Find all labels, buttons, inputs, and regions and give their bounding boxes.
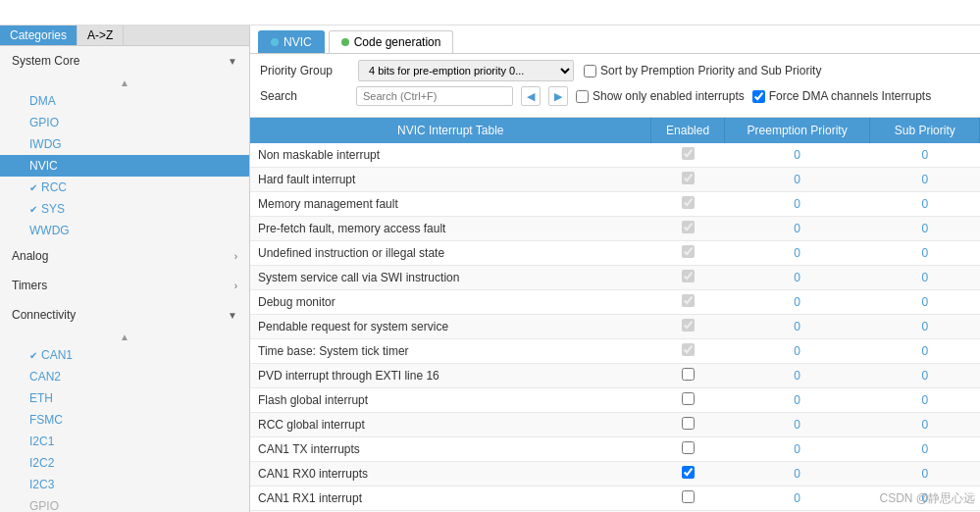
interrupt-enabled-cell [651, 413, 724, 437]
interrupt-name: System service call via SWI instruction [250, 266, 651, 290]
interrupt-enabled-checkbox[interactable] [682, 319, 695, 332]
sys-check-icon: ✔ [29, 204, 37, 215]
interrupt-enabled-checkbox[interactable] [682, 441, 695, 454]
interrupt-sub-priority: 0 [870, 168, 980, 192]
interrupt-enabled-cell [651, 241, 724, 266]
section-analog-label: Analog [12, 249, 48, 263]
sort-by-checkbox[interactable] [584, 65, 596, 77]
sidebar-item-fsmc[interactable]: FSMC [0, 409, 249, 431]
interrupt-enabled-checkbox[interactable] [682, 172, 695, 184]
interrupt-preemption: 0 [724, 290, 870, 315]
gpio-label: GPIO [29, 116, 59, 129]
section-system-core-arrow: ▼ [228, 56, 237, 67]
priority-group-label: Priority Group [260, 64, 348, 77]
sidebar-item-can1[interactable]: ✔ CAN1 [0, 344, 249, 366]
table-row: Undefined instruction or illegal state00 [250, 241, 980, 266]
interrupt-enabled-checkbox[interactable] [682, 221, 695, 233]
sidebar-item-nvic[interactable]: NVIC [0, 155, 249, 177]
priority-group-select[interactable]: 4 bits for pre-emption priority 0... 3 b… [358, 60, 574, 81]
interrupt-enabled-cell [651, 486, 724, 511]
interrupt-preemption: 0 [724, 168, 870, 192]
tab-categories[interactable]: Categories [0, 26, 77, 45]
interrupt-sub-priority: 0 [870, 192, 980, 217]
section-connectivity-header[interactable]: Connectivity ▼ [0, 300, 249, 330]
sidebar-item-wwdg[interactable]: WWDG [0, 220, 249, 241]
sidebar-item-iwdg[interactable]: IWDG [0, 133, 249, 155]
interrupt-enabled-checkbox[interactable] [682, 294, 695, 307]
interrupt-enabled-checkbox[interactable] [682, 343, 695, 356]
th-enabled: Enabled [651, 118, 724, 143]
interrupt-preemption: 0 [724, 217, 870, 241]
force-dma-text: Force DMA channels Interrupts [769, 89, 931, 103]
interrupt-enabled-checkbox[interactable] [682, 466, 695, 479]
interrupt-name: Hard fault interrupt [250, 168, 651, 192]
interrupt-preemption: 0 [724, 143, 870, 168]
sidebar-item-dma[interactable]: DMA [0, 90, 249, 112]
interrupt-sub-priority: 0 [870, 437, 980, 462]
interrupt-preemption: 0 [724, 486, 870, 511]
show-only-enabled-label[interactable]: Show only enabled interrupts [576, 89, 745, 103]
tab-code-generation[interactable]: Code generation [329, 30, 454, 53]
interrupt-enabled-cell [651, 168, 724, 192]
sidebar-item-i2c2[interactable]: I2C2 [0, 452, 249, 474]
tab-nvic[interactable]: NVIC [258, 30, 325, 53]
sidebar-item-can2[interactable]: CAN2 [0, 366, 249, 387]
interrupt-enabled-cell [651, 339, 724, 364]
sidebar-item-rcc[interactable]: ✔ RCC [0, 177, 249, 198]
main-content: Categories A->Z System Core ▼ ▲ DMA GPIO [0, 26, 980, 512]
sidebar-item-sys[interactable]: ✔ SYS [0, 198, 249, 220]
search-prev-btn[interactable]: ◀ [521, 86, 541, 106]
config-tabs: NVIC Code generation [250, 26, 980, 54]
interrupt-enabled-checkbox[interactable] [682, 417, 695, 430]
section-timers-header[interactable]: Timers › [0, 271, 249, 300]
section-system-core-header[interactable]: System Core ▼ [0, 46, 249, 76]
interrupt-preemption: 0 [724, 437, 870, 462]
interrupt-enabled-cell [651, 192, 724, 217]
sidebar-item-eth[interactable]: ETH [0, 387, 249, 409]
interrupt-name: RCC global interrupt [250, 413, 651, 437]
table-row: Hard fault interrupt00 [250, 168, 980, 192]
interrupt-sub-priority: 0 [870, 462, 980, 486]
section-analog-arrow: › [234, 251, 237, 262]
config-controls: Priority Group 4 bits for pre-emption pr… [250, 54, 980, 118]
interrupt-sub-priority: 0 [870, 241, 980, 266]
interrupt-preemption: 0 [724, 315, 870, 339]
top-title-text: Configuration [455, 6, 525, 20]
sort-by-checkbox-label[interactable]: Sort by Premption Priority and Sub Prior… [584, 64, 821, 77]
sidebar-item-i2c1[interactable]: I2C1 [0, 431, 249, 452]
sidebar-item-gpio2[interactable]: GPIO [0, 495, 249, 512]
sidebar-item-i2c3[interactable]: I2C3 [0, 474, 249, 495]
table-row: CAN1 RX0 interrupts00 [250, 462, 980, 486]
interrupt-preemption: 0 [724, 266, 870, 290]
interrupt-enabled-checkbox[interactable] [682, 245, 695, 258]
interrupt-name: Memory management fault [250, 192, 651, 217]
search-input[interactable] [356, 86, 513, 106]
scroll-up-btn[interactable]: ▲ [0, 76, 249, 90]
wwdg-label: WWDG [29, 224, 70, 237]
iwdg-label: IWDG [29, 137, 62, 151]
interrupt-enabled-checkbox[interactable] [682, 270, 695, 282]
force-dma-label[interactable]: Force DMA channels Interrupts [752, 89, 931, 103]
force-dma-checkbox[interactable] [752, 90, 765, 103]
interrupt-enabled-checkbox[interactable] [682, 490, 695, 503]
sidebar-item-gpio[interactable]: GPIO [0, 112, 249, 133]
connectivity-scroll-up[interactable]: ▲ [0, 330, 249, 344]
show-only-enabled-checkbox[interactable] [576, 90, 589, 103]
interrupt-enabled-checkbox[interactable] [682, 196, 695, 209]
sort-by-label: Sort by Premption Priority and Sub Prior… [600, 64, 821, 77]
table-row: Non maskable interrupt00 [250, 143, 980, 168]
interrupt-enabled-cell [651, 437, 724, 462]
interrupt-enabled-checkbox[interactable] [682, 392, 695, 405]
interrupt-sub-priority: 0 [870, 413, 980, 437]
interrupt-preemption: 0 [724, 462, 870, 486]
interrupt-name: Non maskable interrupt [250, 143, 651, 168]
interrupt-enabled-checkbox[interactable] [682, 368, 695, 381]
tab-az[interactable]: A->Z [77, 26, 124, 45]
interrupt-preemption: 0 [724, 413, 870, 437]
section-connectivity-arrow: ▼ [228, 310, 237, 321]
can1-label: CAN1 [41, 348, 73, 362]
search-next-btn[interactable]: ▶ [548, 86, 568, 106]
interrupt-table-body: Non maskable interrupt00Hard fault inter… [250, 143, 980, 512]
interrupt-enabled-checkbox[interactable] [682, 147, 695, 160]
section-analog-header[interactable]: Analog › [0, 241, 249, 271]
